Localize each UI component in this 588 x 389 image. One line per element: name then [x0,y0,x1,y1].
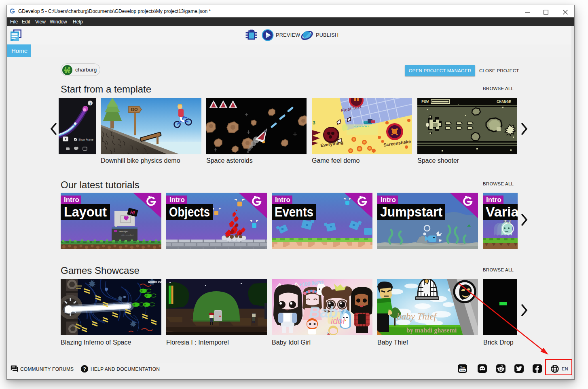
svg-text:Objects: Objects [169,204,210,219]
svg-text:base object: base object [119,231,129,233]
svg-text:Intro: Intro [486,196,501,204]
svg-text:i: i [90,101,91,105]
svg-text:Events: Events [275,204,313,219]
svg-text:GO: GO [131,107,138,112]
svg-text:Intro: Intro [64,196,79,204]
svg-text:baby Thief: baby Thief [397,311,438,322]
svg-text:?: ? [83,366,86,372]
svg-text:Layout: Layout [64,204,107,219]
svg-text:add a new object: add a new object [121,234,134,236]
svg-text:You: You [460,366,465,368]
svg-text:Score 00: Score 00 [148,280,161,284]
svg-text:Show Frame: Show Frame [78,138,93,141]
svg-text:Intro: Intro [169,196,185,204]
svg-text:CHANGE: CHANGE [497,100,511,104]
svg-text:idol: idol [331,316,345,326]
svg-text:Jumpstart: Jumpstart [380,204,442,219]
svg-text:Intro: Intro [275,196,290,204]
svg-text:Intro: Intro [381,196,396,204]
svg-text:Tube: Tube [459,369,465,372]
svg-text:Variabl: Variabl [486,204,518,219]
svg-text:3: 3 [313,120,315,126]
svg-text:POW: POW [421,100,429,104]
